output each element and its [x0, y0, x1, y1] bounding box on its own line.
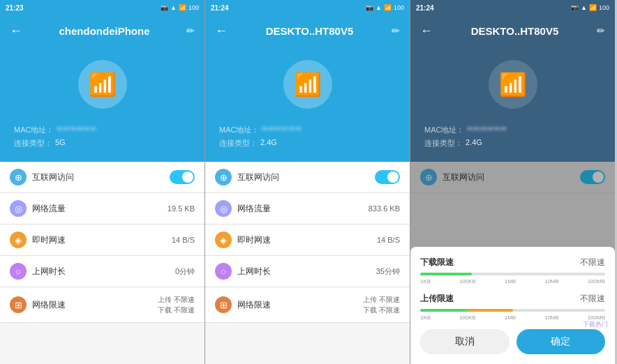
- wifi-circle-3: 📶: [489, 60, 537, 109]
- status-icons-2: 📷 ▲ 📶 100: [366, 4, 404, 11]
- header-title-1: chendondeiPhone: [59, 25, 149, 37]
- speed-value-2: 14 B/S: [377, 236, 400, 244]
- toggle-internet-1[interactable]: [170, 170, 195, 184]
- upload-slider-fill: [420, 309, 513, 312]
- speed-label-1: 即时网速: [32, 234, 66, 246]
- status-icons-3: 📷 ▲ 📶 100: [571, 4, 609, 11]
- ul-label-100kb: 100KB: [459, 314, 476, 321]
- limit-icon-1: ⊞: [10, 296, 27, 313]
- speed-limit-popup: 下载限速 不限速 1KB 100KB 1MB 10MB 100MB: [410, 247, 615, 364]
- internet-label-1: 互联网访问: [32, 172, 74, 183]
- conn-value-3: 2.4G: [466, 138, 482, 149]
- wifi-icon-1: ▲: [170, 4, 177, 11]
- wifi-symbol-2: 📶: [294, 71, 322, 98]
- ul-label-1mb: 1MB: [505, 314, 516, 321]
- mac-value-1: ••:••:••:••:••:••: [57, 125, 96, 135]
- toggle-internet-2[interactable]: [375, 170, 400, 184]
- mac-value-3: ••:••:••:••:••:••: [467, 125, 506, 135]
- download-slider-labels: 1KB 100KB 1MB 10MB 100MB: [420, 278, 605, 285]
- battery-3: 100: [599, 4, 609, 11]
- conn-label-3: 连接类型：: [424, 138, 463, 149]
- list-item-traffic-1: ◎ 网络流量 19.5 KB: [0, 193, 205, 225]
- wifi-area-2: 📶: [205, 46, 410, 119]
- download-slider-track[interactable]: [420, 273, 605, 275]
- confirm-button[interactable]: 确定: [516, 329, 606, 354]
- upload-label: 上传限速: [420, 293, 454, 305]
- conn-label-1: 连接类型：: [14, 138, 52, 149]
- upload-slider-track[interactable]: [420, 309, 605, 312]
- white-bottom-1: ⊕ 互联网访问 ◎ 网络流量 19.5 KB ◈ 即时网速 14 B/S: [0, 162, 205, 364]
- status-icons-1: 📷 ▲ 📶 100: [161, 4, 199, 11]
- header-title-3: DESKTO..HT80V5: [471, 25, 559, 37]
- back-button-2[interactable]: ←: [215, 24, 228, 38]
- limit-value-2: 上传 不限速下载 不限速: [363, 294, 400, 315]
- speed-icon-2: ◈: [215, 232, 232, 248]
- list-item-time-2: ○ 上网时长 35分钟: [205, 256, 410, 287]
- edit-icon-1[interactable]: ✏: [186, 25, 195, 36]
- mac-label-2: MAC地址：: [219, 125, 259, 135]
- header-2: ← DESKTO..HT80V5 ✏: [205, 15, 410, 46]
- status-bar-1: 21:23 📷 ▲ 📶 100: [0, 0, 205, 15]
- upload-slider-labels: 1KB 100KB 1MB 10MB 100MB: [420, 314, 605, 321]
- list-item-internet-2[interactable]: ⊕ 互联网访问: [205, 162, 410, 193]
- camera-icon-3: 📷: [571, 4, 579, 11]
- device-info-2: MAC地址： ••:••:••:••:••:•• 连接类型： 2.4G: [205, 119, 410, 162]
- popup-overlay: 下载限速 不限速 1KB 100KB 1MB 10MB 100MB: [410, 162, 615, 364]
- dark-bottom-3: ⊕ 互联网访问 下载限速 不限速 1KB: [410, 162, 615, 364]
- toggle-knob-2: [387, 172, 399, 183]
- signal-icon-3: 📶: [589, 4, 597, 11]
- device-info-3: MAC地址： ••:••:••:••:••:•• 连接类型： 2.4G: [410, 119, 615, 162]
- battery-1: 100: [188, 4, 199, 11]
- download-label: 下载限速: [420, 257, 454, 268]
- white-bottom-2: ⊕ 互联网访问 ◎ 网络流量 833.6 KB ◈ 即时网速 14 B/S ○: [205, 162, 410, 364]
- edit-icon-2[interactable]: ✏: [392, 25, 400, 36]
- mac-label-1: MAC地址：: [14, 125, 54, 135]
- header-title-2: DESKTO..HT80V5: [266, 25, 354, 37]
- wifi-circle-2: 📶: [283, 60, 332, 109]
- conn-row-2: 连接类型： 2.4G: [219, 138, 396, 149]
- header-1: ← chendondeiPhone ✏: [0, 15, 205, 46]
- watermark: 下载热门: [583, 320, 608, 329]
- speed-icon-1: ◈: [10, 232, 27, 248]
- camera-icon-1: 📷: [161, 4, 168, 11]
- back-button-1[interactable]: ←: [10, 24, 22, 38]
- list-item-speed-2: ◈ 即时网速 14 B/S: [205, 225, 410, 256]
- limit-value-1: 上传 不限速下载 不限速: [158, 294, 195, 315]
- edit-icon-3[interactable]: ✏: [597, 25, 605, 36]
- dl-label-1mb: 1MB: [505, 278, 516, 285]
- list-item-speed-1: ◈ 即时网速 14 B/S: [0, 225, 205, 256]
- traffic-value-1: 19.5 KB: [168, 204, 195, 213]
- time-2: 21:24: [211, 4, 229, 12]
- wifi-icon-3: ▲: [581, 4, 587, 11]
- back-button-3[interactable]: ←: [420, 24, 433, 38]
- time-value-2: 35分钟: [376, 266, 400, 277]
- conn-row-1: 连接类型： 5G: [14, 138, 191, 149]
- signal-icon-2: 📶: [384, 4, 392, 11]
- wifi-area-1: 📶: [0, 46, 205, 119]
- list-item-internet-1[interactable]: ⊕ 互联网访问: [0, 162, 205, 193]
- limit-icon-2: ⊞: [215, 296, 232, 313]
- wifi-symbol-3: 📶: [499, 71, 527, 98]
- mac-value-2: ••:••:••:••:••:••: [262, 125, 301, 135]
- download-row: 下载限速 不限速: [420, 257, 605, 268]
- time-icon-1: ○: [10, 263, 27, 280]
- speed-label-2: 即时网速: [237, 234, 271, 246]
- upload-value: 不限速: [580, 293, 605, 305]
- wifi-circle-1: 📶: [78, 60, 127, 109]
- traffic-label-2: 网络流量: [237, 203, 271, 215]
- speed-value-1: 14 B/S: [172, 236, 195, 244]
- list-item-time-1: ○ 上网时长 0分钟: [0, 256, 205, 287]
- limit-label-2: 网络限速: [237, 299, 271, 311]
- cancel-button[interactable]: 取消: [420, 329, 510, 354]
- internet-label-2: 互联网访问: [237, 172, 279, 183]
- list-item-limit-2[interactable]: ⊞ 网络限速 上传 不限速下载 不限速: [205, 287, 410, 323]
- dl-label-100kb: 100KB: [459, 278, 476, 285]
- list-item-limit-1[interactable]: ⊞ 网络限速 上传 不限速下载 不限速: [0, 287, 205, 323]
- upload-row: 上传限速 不限速: [420, 293, 605, 305]
- chart-icon-1: ◎: [10, 200, 27, 217]
- upload-slider-container: 1KB 100KB 1MB 10MB 100MB: [420, 309, 605, 321]
- dl-label-100mb: 100MB: [588, 278, 605, 285]
- globe-icon-2: ⊕: [215, 169, 232, 185]
- dl-label-1kb: 1KB: [420, 278, 431, 285]
- conn-label-2: 连接类型：: [219, 138, 258, 149]
